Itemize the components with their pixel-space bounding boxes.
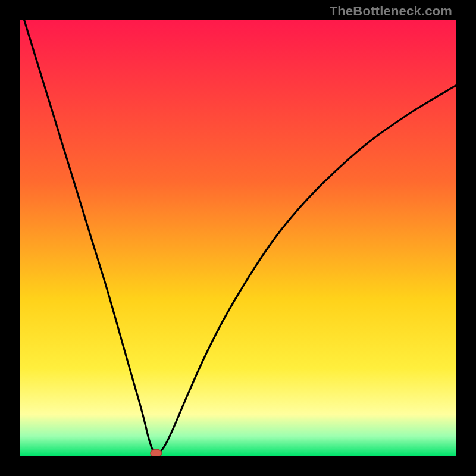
minimum-marker	[151, 449, 162, 456]
gradient-background	[20, 20, 456, 456]
chart-canvas	[20, 20, 456, 456]
watermark-label: TheBottleneck.com	[330, 4, 452, 19]
chart-frame: TheBottleneck.com	[0, 0, 476, 476]
plot-area	[20, 20, 456, 456]
